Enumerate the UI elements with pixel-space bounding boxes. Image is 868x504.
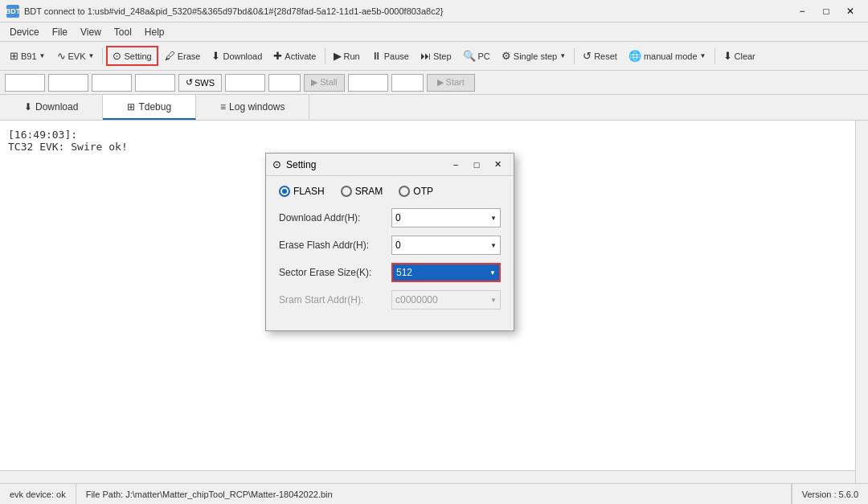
separator-4 — [714, 48, 715, 64]
manualmode-label: manual mode — [644, 51, 698, 61]
field7-input[interactable]: 602 — [348, 74, 388, 92]
tab-tdebug[interactable]: ⊞ Tdebug — [103, 95, 196, 120]
sram-start-addr-row: Sram Start Addr(H): c0000000 ▼ — [279, 290, 501, 309]
device-status-text: evk device: ok — [10, 490, 66, 499]
pc-label: PC — [478, 51, 490, 61]
main-toolbar: ⊞ B91 ▼ ∿ EVK ▼ ⊙ Setting 🖊 Erase ⬇ Down… — [0, 42, 868, 71]
erase-button[interactable]: 🖊 Erase — [160, 47, 206, 64]
radio-sram[interactable]: SRAM — [341, 186, 383, 197]
b91-button[interactable]: ⊞ B91 ▼ — [5, 47, 51, 64]
run-icon: ▶ — [334, 50, 342, 62]
field8-input[interactable]: 88 — [391, 74, 424, 92]
tab-download-label: Download — [35, 101, 78, 113]
pause-icon: ⏸ — [371, 50, 382, 62]
pause-button[interactable]: ⏸ Pause — [366, 47, 414, 64]
clear-button[interactable]: ⬇ Clear — [719, 47, 760, 64]
status-bar: evk device: ok File Path: J:\matter\Matt… — [0, 483, 868, 504]
b91-arrow: ▼ — [39, 52, 46, 59]
radio-flash-label: FLASH — [293, 186, 325, 197]
download-addr-row: Download Addr(H): 0 ▼ — [279, 208, 501, 227]
run-button[interactable]: ▶ Run — [329, 47, 365, 64]
singlestep-button[interactable]: ⚙ Single step ▼ — [497, 47, 571, 64]
download-label: Download — [223, 51, 262, 61]
download-addr-select[interactable]: 0 ▼ — [391, 208, 501, 227]
download-addr-label: Download Addr(H): — [279, 212, 391, 223]
minimize-button[interactable]: − — [791, 2, 813, 20]
radio-otp-indicator — [399, 186, 410, 197]
radio-otp[interactable]: OTP — [399, 186, 433, 197]
window-controls: − □ ✕ — [791, 2, 862, 20]
radio-flash-indicator — [279, 186, 290, 197]
activate-label: Activate — [285, 51, 316, 61]
radio-flash[interactable]: FLASH — [279, 186, 325, 197]
activate-icon: ✚ — [273, 50, 282, 62]
setting-dialog: ⊙ Setting − □ ✕ FLASH — [265, 153, 514, 331]
menu-tool[interactable]: Tool — [108, 25, 138, 39]
separator-3 — [574, 48, 575, 64]
dialog-title-text: Setting — [286, 159, 316, 170]
tab-tdebug-icon: ⊞ — [127, 101, 135, 113]
maximize-button[interactable]: □ — [815, 2, 837, 20]
close-button[interactable]: ✕ — [839, 2, 862, 20]
dialog-overlay: ⊙ Setting − □ ✕ FLASH — [0, 121, 868, 483]
field3-input[interactable]: b0 — [92, 74, 132, 92]
version-text: Version : 5.6.0 — [802, 490, 858, 499]
tab-download[interactable]: ⬇ Download — [0, 95, 103, 120]
evk-button[interactable]: ∿ EVK ▼ — [52, 47, 100, 64]
tab-logwindows[interactable]: ≡ Log windows — [196, 95, 309, 120]
title-bar: BDT BDT connect to 1:usb#vid_248a&pid_53… — [0, 0, 868, 23]
sector-erase-size-select[interactable]: 512 ▼ — [391, 263, 501, 282]
erase-flash-addr-arrow: ▼ — [490, 242, 497, 249]
menu-view[interactable]: View — [74, 25, 108, 39]
step-button[interactable]: ⏭ Step — [416, 47, 457, 64]
sram-start-addr-arrow: ▼ — [490, 297, 497, 304]
dialog-maximize-button[interactable]: □ — [467, 157, 486, 173]
singlestep-arrow: ▼ — [559, 52, 566, 59]
status-version: Version : 5.6.0 — [792, 484, 868, 504]
download-button[interactable]: ⬇ Download — [207, 47, 267, 64]
sram-start-addr-label: Sram Start Addr(H): — [279, 294, 391, 305]
toolbar2: b0 10 b0 10 ↺ SWS 602 06 ▶ Stall 602 88 … — [0, 71, 868, 95]
sram-start-addr-value: c0000000 — [395, 294, 490, 305]
field6-input[interactable]: 06 — [268, 74, 301, 92]
manualmode-icon: 🌐 — [628, 50, 641, 62]
download-addr-value: 0 — [395, 212, 490, 223]
erase-label: Erase — [178, 51, 201, 61]
setting-button[interactable]: ⊙ Setting — [106, 46, 158, 66]
tab-download-icon: ⬇ — [24, 101, 32, 113]
sws-refresh-icon: ↺ — [186, 77, 193, 88]
stall-button: ▶ Stall — [304, 74, 344, 92]
singlestep-label: Single step — [514, 51, 557, 61]
main-content: [16:49:03]: TC32 EVK: Swire ok! ⊙ Settin… — [0, 121, 868, 483]
download-icon: ⬇ — [211, 50, 220, 62]
activate-button[interactable]: ✚ Activate — [268, 47, 321, 64]
field4-input[interactable]: 10 — [135, 74, 175, 92]
menu-file[interactable]: File — [46, 25, 74, 39]
dialog-title-bar: ⊙ Setting − □ ✕ — [266, 154, 514, 176]
pause-label: Pause — [384, 51, 409, 61]
setting-label: Setting — [124, 51, 151, 61]
dialog-close-button[interactable]: ✕ — [488, 157, 507, 173]
sws-button[interactable]: ↺ SWS — [178, 74, 222, 92]
menu-help[interactable]: Help — [138, 25, 171, 39]
sector-erase-size-arrow: ▼ — [489, 269, 496, 277]
erase-flash-addr-select[interactable]: 0 ▼ — [391, 236, 501, 255]
menu-device[interactable]: Device — [3, 25, 46, 39]
erase-flash-addr-label: Erase Flash Addr(H): — [279, 240, 391, 251]
manualmode-button[interactable]: 🌐 manual mode ▼ — [624, 47, 711, 64]
dialog-minimize-button[interactable]: − — [446, 157, 465, 173]
field1-input[interactable]: b0 — [5, 74, 45, 92]
b91-label: B91 — [21, 51, 37, 61]
pc-button[interactable]: 🔍 PC — [458, 47, 495, 64]
reset-button[interactable]: ↺ Reset — [578, 47, 622, 64]
filepath-text: File Path: J:\matter\Matter_chipTool_RCP… — [86, 490, 333, 499]
field2-input[interactable]: 10 — [48, 74, 88, 92]
step-label: Step — [433, 51, 452, 61]
dialog-window-controls: − □ ✕ — [446, 157, 507, 173]
b91-icon: ⊞ — [10, 50, 18, 62]
clear-label: Clear — [735, 51, 755, 61]
step-icon: ⏭ — [420, 50, 431, 62]
run-label: Run — [344, 51, 360, 61]
field5-input[interactable]: 602 — [225, 74, 265, 92]
reset-label: Reset — [594, 51, 617, 61]
